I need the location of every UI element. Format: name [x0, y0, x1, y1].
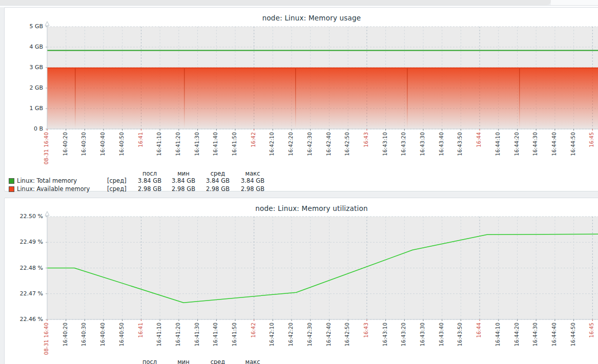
x-axis-tick-label: 16:40:50: [119, 132, 125, 156]
browser-chrome-corner: [551, 0, 598, 5]
x-axis-tick-label: 16:41:20: [175, 132, 181, 156]
x-axis-tick-label: 16:43:50: [457, 132, 463, 156]
legend-header: посл: [133, 170, 167, 177]
x-axis-tick-label: 16:41:10: [156, 132, 162, 156]
x-axis-tick-label: 16:42:10: [269, 323, 275, 347]
x-axis-tick-label: 16:40:40: [100, 323, 106, 347]
x-axis-tick-label: 16:43:20: [401, 132, 407, 156]
x-axis-tick-label: 16:41:50: [232, 132, 238, 156]
x-axis-tick-label: 16:41: [138, 132, 144, 147]
x-axis-tick-label: 16:41:20: [175, 323, 181, 347]
y-axis-tick-label: 3 GB: [7, 64, 43, 71]
legend-series-label: Linux: Available memory: [17, 185, 107, 194]
legend-value: 3.84 GB: [133, 177, 167, 185]
x-axis-tick-label: 16:41:10: [156, 323, 162, 347]
legend-header: макс: [235, 358, 270, 364]
y-axis-tick-label: 4 GB: [7, 44, 43, 50]
x-axis-tick-label: 16:41:50: [232, 323, 238, 347]
x-axis-tick-label: 16:43:20: [401, 323, 407, 347]
legend-value: 2.98 GB: [133, 185, 167, 194]
graph-title: node: Linux: Memory usage: [5, 14, 598, 22]
x-axis-tick-label: 16:45: [589, 132, 595, 147]
y-axis-tick-label: 22.46 %: [7, 316, 43, 323]
x-axis-tick-label: 16:43:40: [439, 323, 445, 347]
y-axis-tick-label: 5 GB: [7, 23, 43, 30]
x-axis-tick-label: 16:42:30: [307, 132, 313, 156]
legend-swatch: [9, 186, 14, 192]
x-axis-tick-label: 16:40:20: [63, 132, 69, 156]
legend-function: [сред]: [107, 185, 133, 194]
x-axis-tick-label: 16:41:30: [194, 323, 200, 347]
y-axis-tick-label: 2 GB: [7, 84, 43, 91]
memory-usage-plot-area[interactable]: [47, 27, 598, 129]
x-axis-tick-label: 16:44:40: [551, 323, 558, 347]
x-axis-tick-label: 16:43:10: [382, 132, 388, 156]
x-axis-tick-label: 16:40:20: [63, 323, 69, 347]
legend-value: 2.98 GB: [235, 185, 270, 194]
legend-header: посл: [133, 358, 167, 364]
x-axis-tick-label: 08-31 16:40: [44, 132, 50, 164]
x-axis-tick-label: 16:44:30: [532, 323, 539, 347]
y-axis-tick-label: 1 GB: [7, 105, 43, 112]
x-axis-tick-label: 16:44: [476, 132, 482, 147]
legend-swatch: [9, 178, 14, 184]
x-axis-tick-label: 16:45: [589, 323, 595, 338]
x-axis-tick-label: 16:44:40: [551, 132, 558, 156]
x-axis-tick-label: 16:41:40: [213, 132, 219, 156]
memory-utilization-graph-panel: node: Linux: Memory utilization 22.50 %2…: [4, 198, 598, 364]
legend-function: [сред]: [107, 177, 133, 185]
x-axis-tick-label: 16:41:40: [213, 323, 219, 347]
x-axis-tick-label: 16:42:20: [288, 132, 294, 156]
x-axis-tick-label: 16:42:40: [326, 323, 332, 347]
graph-legend: послминсредмакс: [9, 358, 270, 364]
legend-series-label: Linux: Total memory: [17, 177, 107, 185]
memory-utilization-plot-area[interactable]: [47, 217, 598, 319]
x-axis-tick-label: 16:43:30: [420, 132, 426, 156]
graph-legend: послминсредмаксLinux: Total memory[сред]…: [9, 170, 270, 194]
x-axis-tick-label: 16:44:50: [570, 132, 576, 156]
x-axis-tick-label: 16:43:10: [382, 323, 388, 347]
legend-value: 2.98 GB: [200, 185, 235, 194]
y-axis-tick-label: 22.47 %: [7, 290, 43, 297]
x-axis-tick-label: 16:44:50: [570, 323, 576, 347]
legend-header: мин: [167, 358, 200, 364]
x-axis-tick-label: 16:40:40: [100, 132, 106, 156]
legend-header: макс: [235, 170, 270, 177]
x-axis-tick-label: 16:42:10: [269, 132, 275, 156]
legend-value: 3.84 GB: [167, 177, 200, 185]
x-axis-tick-label: 16:44: [476, 323, 482, 338]
y-axis-tick-label: 22.48 %: [7, 265, 43, 271]
x-axis-tick-label: 16:44:10: [495, 132, 501, 156]
x-axis-tick-label: 16:44:10: [495, 323, 501, 347]
legend-value: 3.84 GB: [200, 177, 235, 185]
x-axis-tick-label: 16:43:50: [457, 323, 463, 347]
legend-header: мин: [167, 170, 200, 177]
x-axis-tick-label: 16:40:50: [119, 323, 125, 347]
legend-header: сред: [200, 170, 235, 177]
x-axis-tick-label: 16:40:30: [81, 323, 87, 347]
browser-chrome-tabstrip: [0, 0, 551, 5]
y-axis-tick-label: 0 B: [7, 125, 43, 132]
x-axis-tick-label: 16:42: [251, 132, 257, 147]
y-axis-tick-label: 22.50 %: [7, 213, 43, 220]
x-axis-tick-label: 16:42:50: [344, 132, 350, 156]
x-axis-tick-label: 16:42:20: [288, 323, 294, 347]
legend-value: 3.84 GB: [235, 177, 270, 185]
x-axis-tick-label: 16:43:30: [420, 323, 426, 347]
x-axis-tick-label: 16:42:30: [307, 323, 313, 347]
x-axis-tick-label: 16:42:40: [326, 132, 332, 156]
legend-header: сред: [200, 358, 235, 364]
memory-usage-graph-panel: node: Linux: Memory usage 5 GB4 GB3 GB2 …: [4, 7, 598, 191]
x-axis-tick-label: 08-31 16:40: [44, 323, 50, 355]
x-axis-tick-label: 16:43:40: [439, 132, 445, 156]
x-axis-tick-label: 16:44:20: [514, 132, 520, 156]
x-axis-tick-label: 16:44:20: [514, 323, 520, 347]
x-axis-tick-label: 16:43: [363, 323, 369, 338]
graph-title: node: Linux: Memory utilization: [5, 204, 598, 212]
x-axis-tick-label: 16:42:50: [344, 323, 350, 347]
y-axis-tick-label: 22.49 %: [7, 239, 43, 245]
y-axis-arrow-icon: [45, 22, 49, 26]
x-axis-tick-label: 16:42: [251, 323, 257, 338]
x-axis-tick-label: 16:40:30: [81, 132, 87, 156]
x-axis-tick-label: 16:41: [138, 323, 144, 338]
